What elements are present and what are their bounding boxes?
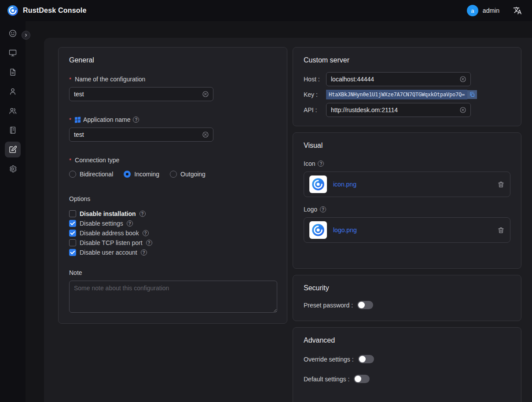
icon-file-link[interactable]: icon.png [333, 181, 356, 188]
sidebar-item-users[interactable] [5, 84, 21, 99]
default-settings-toggle[interactable] [354, 375, 370, 383]
brand: RustDesk Console [7, 5, 87, 16]
smiley-icon [8, 29, 17, 38]
host-input[interactable] [326, 72, 471, 86]
sidebar [0, 21, 26, 402]
radio-button[interactable] [69, 171, 76, 178]
user-icon [8, 87, 17, 96]
override-settings-toggle[interactable] [358, 355, 374, 363]
checkbox[interactable] [69, 210, 76, 217]
application-name-input[interactable] [69, 128, 213, 142]
option-disable-settings[interactable]: Disable settings [69, 220, 276, 227]
advanced-title: Advanced [304, 336, 510, 344]
delete-icon-button[interactable] [497, 181, 505, 188]
name-input[interactable] [69, 87, 213, 101]
application-name-label-text: Application name [83, 116, 130, 123]
logo-file-link[interactable]: logo.png [333, 227, 357, 234]
icon-label: Icon [304, 160, 510, 167]
translate-icon[interactable] [510, 3, 525, 18]
clear-input-icon[interactable] [460, 76, 466, 82]
chevron-right-icon [23, 33, 29, 38]
checkbox[interactable] [69, 239, 76, 246]
application-name-label: Application name [69, 116, 276, 123]
help-icon[interactable] [127, 220, 133, 227]
main-panel: General Name of the configuration Applic… [44, 38, 532, 402]
key-label: Key : [304, 91, 326, 98]
option-disable-tcp-listen-port[interactable]: Disable TCP listen port [69, 239, 276, 246]
toggle-knob [355, 376, 361, 382]
monitor-icon [8, 48, 17, 57]
name-label: Name of the configuration [69, 76, 276, 83]
logo-thumbnail [309, 221, 327, 239]
radio-button[interactable] [124, 171, 131, 178]
sidebar-item-documents[interactable] [5, 64, 21, 80]
name-input-field[interactable] [74, 91, 200, 98]
edit-icon [8, 145, 17, 154]
note-textarea[interactable] [69, 281, 277, 313]
custom-server-card: Custom server Host : Key : HtaXBkJNHyn0e… [293, 47, 521, 126]
rustdesk-logo-icon [312, 178, 325, 191]
custom-server-title: Custom server [304, 56, 510, 64]
sidebar-item-settings[interactable] [5, 161, 21, 177]
radio-button[interactable] [170, 171, 177, 178]
key-value: HtaXBkJNHyn0e1U1jWXze7A7CN7QTGWqxkOtpaVp… [326, 90, 467, 99]
help-icon[interactable] [318, 161, 324, 167]
right-column: Custom server Host : Key : HtaXBkJNHyn0e… [293, 47, 521, 402]
radio-outgoing[interactable]: Outgoing [170, 171, 205, 178]
help-icon[interactable] [133, 117, 139, 123]
api-input-field[interactable] [331, 106, 457, 113]
help-icon[interactable] [320, 206, 326, 212]
host-input-field[interactable] [331, 76, 457, 83]
option-disable-user-account[interactable]: Disable user account [69, 249, 276, 256]
checkbox-label: Disable address book [80, 230, 139, 237]
visual-card: Visual Icon icon.png Logo [293, 132, 521, 269]
username[interactable]: admin [483, 7, 499, 14]
preset-password-toggle[interactable] [357, 301, 373, 309]
option-disable-installation[interactable]: Disable installation [69, 210, 276, 217]
checkbox[interactable] [69, 220, 76, 227]
note-label: Note [69, 269, 276, 276]
name-label-text: Name of the configuration [75, 76, 145, 83]
radio-label: Outgoing [180, 171, 205, 178]
checkbox[interactable] [69, 249, 76, 256]
options-label-text: Options [69, 195, 90, 202]
trash-icon [497, 181, 505, 188]
connection-type-label: Connection type [69, 157, 276, 164]
checkbox-label: Disable TCP listen port [80, 239, 143, 246]
security-card: Security Preset password : [293, 275, 521, 321]
delete-logo-button[interactable] [497, 227, 505, 234]
preset-password-row: Preset password : [304, 301, 510, 309]
sidebar-item-logs[interactable] [5, 122, 21, 138]
help-icon[interactable] [139, 211, 146, 217]
radio-bidirectional[interactable]: Bidirectional [69, 171, 113, 178]
checkbox[interactable] [69, 230, 76, 237]
checkbox-label: Disable user account [80, 249, 137, 256]
rustdesk-logo-icon [312, 223, 325, 237]
copy-icon[interactable] [467, 90, 477, 99]
clear-input-icon[interactable] [202, 132, 209, 138]
checkbox-label: Disable installation [80, 210, 136, 217]
application-name-input-field[interactable] [74, 131, 200, 138]
notebook-icon [8, 126, 17, 135]
icon-filebox: icon.png [304, 172, 510, 197]
rustdesk-logo-icon [7, 5, 18, 16]
sidebar-item-dashboard[interactable] [5, 26, 21, 41]
api-input[interactable] [326, 103, 471, 117]
radio-label: Bidirectional [80, 171, 113, 178]
help-icon[interactable] [146, 240, 152, 246]
sidebar-item-groups[interactable] [5, 103, 21, 119]
sidebar-expand-button[interactable] [22, 31, 30, 40]
clear-input-icon[interactable] [202, 91, 209, 97]
clear-input-icon[interactable] [460, 107, 466, 113]
gear-icon [8, 164, 17, 173]
override-settings-label: Override settings : [304, 356, 354, 363]
connection-type-label-text: Connection type [75, 157, 119, 164]
help-icon[interactable] [143, 230, 149, 236]
content-area: General Name of the configuration Applic… [26, 21, 532, 402]
sidebar-item-custom-clients[interactable] [5, 142, 21, 157]
avatar[interactable]: a [467, 5, 478, 16]
radio-incoming[interactable]: Incoming [124, 171, 159, 178]
sidebar-item-devices[interactable] [5, 45, 21, 61]
option-disable-address-book[interactable]: Disable address book [69, 230, 276, 237]
help-icon[interactable] [141, 249, 147, 256]
